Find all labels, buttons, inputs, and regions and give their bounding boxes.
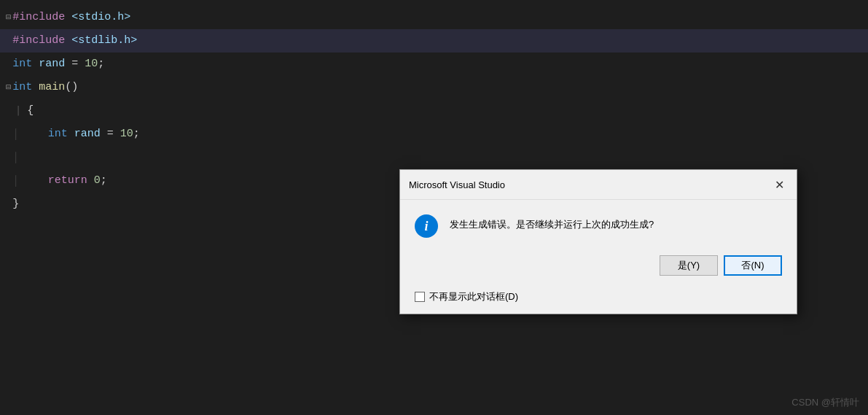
yes-button[interactable]: 是(Y): [660, 255, 718, 276]
dialog-footer: 不再显示此对话框(D): [400, 287, 797, 314]
dialog-message: 发生生成错误。是否继续并运行上次的成功生成?: [450, 214, 654, 232]
dialog-close-button[interactable]: ✕: [770, 176, 788, 193]
dont-show-checkbox[interactable]: [415, 292, 425, 302]
dialog-titlebar: Microsoft Visual Studio ✕: [400, 170, 797, 200]
info-icon: i: [415, 214, 438, 238]
dialog-body: i 发生生成错误。是否继续并运行上次的成功生成?: [400, 200, 797, 249]
dialog-buttons: 是(Y) 否(N): [400, 249, 797, 287]
dont-show-label: 不再显示此对话框(D): [429, 290, 518, 303]
dialog-title: Microsoft Visual Studio: [409, 179, 505, 190]
modal-overlay: Microsoft Visual Studio ✕ i 发生生成错误。是否继续并…: [0, 0, 868, 415]
dont-show-checkbox-container[interactable]: 不再显示此对话框(D): [415, 290, 518, 303]
dialog: Microsoft Visual Studio ✕ i 发生生成错误。是否继续并…: [399, 169, 797, 314]
no-button[interactable]: 否(N): [724, 255, 782, 276]
